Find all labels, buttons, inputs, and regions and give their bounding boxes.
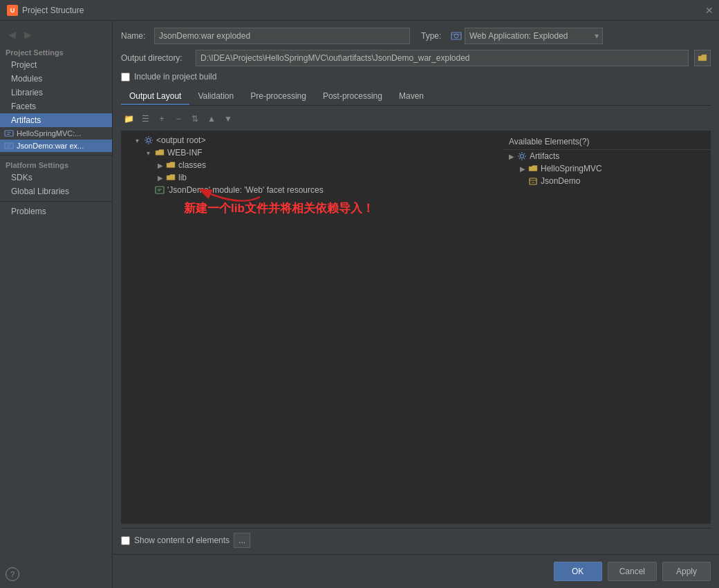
show-content-checkbox[interactable] <box>121 536 130 545</box>
nav-back-button[interactable]: ◀ <box>6 28 19 41</box>
output-dir-browse-button[interactable] <box>694 50 711 66</box>
tree-remove-btn[interactable]: − <box>171 111 186 126</box>
tree-toolbar: 📁 ☰ + − ⇅ ▲ ▼ <box>121 110 711 128</box>
avail-node-hello[interactable]: ▶ HelloSpringMVC <box>503 162 710 175</box>
svg-point-4 <box>147 139 151 142</box>
include-label: Include in project build <box>134 72 216 82</box>
title-bar-text: Project Structure <box>22 6 84 15</box>
folder-icon-hello <box>528 164 538 173</box>
tree-add-btn[interactable]: + <box>154 111 169 126</box>
title-bar: U Project Structure ✕ <box>0 0 719 21</box>
svg-rect-7 <box>530 178 536 184</box>
name-input[interactable] <box>154 28 410 44</box>
show-content-label: Show content of elements <box>134 535 230 545</box>
tab-validation[interactable]: Validation <box>189 88 242 105</box>
ok-button[interactable]: OK <box>554 562 602 581</box>
dialog-footer: OK Cancel Apply <box>113 554 719 588</box>
avail-artifacts-label: Artifacts <box>530 151 559 161</box>
project-settings-label: Project Settings <box>0 46 112 58</box>
tab-maven[interactable]: Maven <box>391 88 432 105</box>
bottom-section: Show content of elements ... <box>121 528 711 548</box>
cancel-button[interactable]: Cancel <box>608 562 657 581</box>
avail-jsondemo-label: JsonDemo <box>541 176 580 186</box>
folder-browse-icon <box>698 54 707 62</box>
avail-node-artifacts[interactable]: ▶ Artifacts <box>503 150 710 162</box>
web-app-icon <box>451 31 462 41</box>
classes-label: classes <box>178 160 206 170</box>
name-row: Name: Type: Web Application: Exploded We… <box>121 28 711 44</box>
platform-settings-label: Platform Settings <box>0 158 112 171</box>
sidebar-item-global-libraries[interactable]: Global Libraries <box>0 184 112 198</box>
svg-point-6 <box>521 155 524 158</box>
sidebar: ◀ ▶ Project Settings Project Modules Lib… <box>0 21 113 588</box>
artifact-entry-json[interactable]: JsonDemo:war ex... <box>0 140 112 152</box>
tree-sort-btn[interactable]: ⇅ <box>187 111 203 126</box>
type-select[interactable]: Web Application: Exploded Web Applicatio… <box>465 28 603 44</box>
tree-node-classes[interactable]: ▶ classes <box>122 159 503 171</box>
tab-pre-processing[interactable]: Pre-processing <box>242 88 315 105</box>
show-content-button[interactable]: ... <box>234 533 250 548</box>
tree-up-btn[interactable]: ▲ <box>204 111 219 126</box>
tab-post-processing[interactable]: Post-processing <box>315 88 391 105</box>
sidebar-item-project[interactable]: Project <box>0 58 112 72</box>
nav-forward-button[interactable]: ▶ <box>21 28 35 41</box>
help-button[interactable]: ? <box>6 567 19 581</box>
type-label: Type: <box>421 31 445 41</box>
artifact-icon-json <box>4 141 14 151</box>
folder-open-icon <box>155 149 165 157</box>
app-icon: U <box>7 5 18 16</box>
content-wrapper: Name: Type: Web Application: Exploded We… <box>121 28 711 581</box>
output-layout-tree[interactable]: ▾ <output root> ▾ <box>121 131 503 524</box>
jar-icon <box>528 176 538 186</box>
nav-buttons: ◀ ▶ <box>0 26 112 46</box>
jsondemo-module-label: 'JsonDemo' module: 'Web' facet resources <box>167 185 324 195</box>
artifact-entry-hello[interactable]: HelloSpringMVC:... <box>0 127 112 140</box>
folder-icon-classes <box>166 161 176 169</box>
tabs-row: Output Layout Validation Pre-processing … <box>121 88 711 106</box>
sidebar-divider <box>0 155 112 155</box>
sidebar-item-problems[interactable]: Problems <box>0 205 112 218</box>
main-layout: ◀ ▶ Project Settings Project Modules Lib… <box>0 21 719 588</box>
lib-label: lib <box>178 173 187 182</box>
tab-output-layout[interactable]: Output Layout <box>121 88 189 105</box>
artifact-icon-hello <box>4 129 14 138</box>
tree-node-jsondemo-module[interactable]: ▶ 'JsonDemo' module: 'Web' facet resourc… <box>122 184 503 196</box>
sidebar-item-modules[interactable]: Modules <box>0 72 112 86</box>
available-elements-area: Available Elements(?) ▶ Artifacts ▶ <box>503 131 711 524</box>
output-dir-label: Output directory: <box>121 53 190 63</box>
sidebar-item-libraries[interactable]: Libraries <box>0 86 112 99</box>
available-elements-header: Available Elements(?) <box>503 134 710 150</box>
sidebar-item-sdks[interactable]: SDKs <box>0 171 112 184</box>
sidebar-item-facets[interactable]: Facets <box>0 99 112 113</box>
close-button[interactable]: ✕ <box>705 5 713 16</box>
content-area: Name: Type: Web Application: Exploded We… <box>113 21 719 588</box>
avail-node-jsondemo[interactable]: ▶ JsonDemo <box>503 175 710 187</box>
gear-icon-avail <box>517 151 527 161</box>
output-dir-input[interactable] <box>196 50 689 66</box>
tree-list-btn[interactable]: ☰ <box>138 111 153 126</box>
annotation-text: 新建一个lib文件并将相关依赖导入！ <box>184 200 374 216</box>
tree-down-btn[interactable]: ▼ <box>221 111 236 126</box>
apply-button[interactable]: Apply <box>662 562 711 581</box>
avail-hello-label: HelloSpringMVC <box>541 164 602 173</box>
tree-node-output-root[interactable]: ▾ <output root> <box>122 134 503 146</box>
include-checkbox[interactable] <box>121 73 130 82</box>
tree-node-web-inf[interactable]: ▾ WEB-INF <box>122 146 503 159</box>
sidebar-divider-2 <box>0 201 112 202</box>
output-root-label: <output root> <box>156 135 205 145</box>
gear-icon <box>144 135 153 145</box>
tree-folder-btn[interactable]: 📁 <box>121 111 136 126</box>
folder-icon-lib <box>166 173 176 182</box>
artifacts-list: HelloSpringMVC:... JsonDemo:war ex... <box>0 127 112 152</box>
svg-rect-0 <box>5 131 13 136</box>
svg-rect-1 <box>5 143 13 149</box>
module-icon <box>155 185 165 195</box>
tree-node-lib[interactable]: ▶ lib <box>122 171 503 184</box>
web-inf-label: WEB-INF <box>167 148 203 158</box>
type-select-wrap: Web Application: Exploded Web Applicatio… <box>451 28 603 44</box>
svg-rect-5 <box>156 187 164 193</box>
include-row: Include in project build <box>121 72 711 82</box>
output-dir-row: Output directory: <box>121 50 711 66</box>
sidebar-item-artifacts[interactable]: Artifacts <box>0 113 112 127</box>
split-area: ▾ <output root> ▾ <box>121 131 711 524</box>
